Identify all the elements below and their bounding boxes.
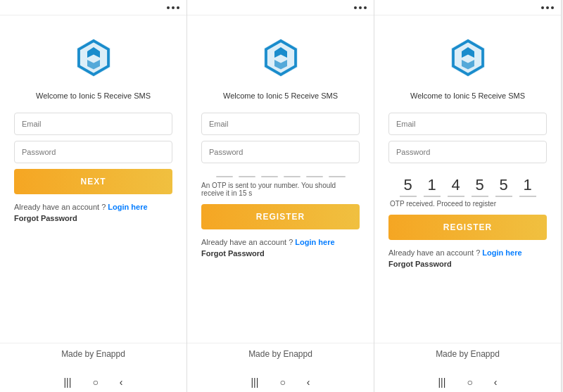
status-bar-1 (0, 0, 186, 15)
already-account-row-3: Already have an account ? Login here (388, 248, 547, 257)
footer-2: Made by Enappd ||| ○ ‹ (187, 343, 374, 392)
already-account-text-3: Already have an account ? (388, 248, 480, 257)
already-account-text-1: Already have an account ? (14, 203, 106, 211)
otp-digits-row: 5 1 4 5 5 1 (388, 176, 547, 197)
home-icon-1[interactable]: ○ (92, 377, 98, 388)
welcome-text-1: Welcome to Ionic 5 Receive SMS (36, 91, 151, 100)
login-link-3[interactable]: Login here (482, 248, 521, 257)
already-account-row-1: Already have an account ? Login here (14, 203, 172, 211)
status-dots (167, 6, 179, 9)
logo-container-1 (72, 37, 115, 82)
dot1-2 (354, 6, 357, 9)
password-input-1[interactable] (14, 141, 172, 163)
back-icon-2[interactable]: ‹ (307, 377, 310, 388)
otp-dash-5 (306, 176, 323, 177)
status-bar-3 (374, 0, 561, 15)
screen-otp-received: Welcome to Ionic 5 Receive SMS 5 1 4 5 5… (374, 0, 562, 392)
otp-dash-2 (239, 176, 255, 177)
otp-digit-3: 5 (472, 176, 488, 197)
logo-container-3 (447, 37, 489, 82)
otp-dash-6 (329, 176, 346, 177)
made-by-3: Made by Enappd (436, 349, 500, 359)
dot2-3 (546, 6, 549, 9)
screen-otp-input: Welcome to Ionic 5 Receive SMS An OTP is… (187, 0, 374, 392)
otp-message: OTP received. Proceed to register (388, 200, 547, 208)
dot1-3 (541, 6, 544, 9)
home-icon-3[interactable]: ○ (467, 377, 472, 388)
logo-icon-1 (72, 37, 115, 79)
back-icon-1[interactable]: ‹ (120, 377, 123, 388)
dot3 (177, 6, 179, 9)
otp-hint: An OTP is sent to your number. You shoul… (201, 182, 360, 197)
back-icon-3[interactable]: ‹ (494, 377, 498, 388)
dot3-3 (551, 6, 554, 9)
register-button-3[interactable]: REGISTER (388, 215, 547, 240)
screen-content-1: Welcome to Ionic 5 Receive SMS NEXT Alre… (0, 15, 186, 343)
logo-icon-2 (260, 37, 302, 79)
made-by-2: Made by Enappd (248, 349, 312, 359)
email-input-3[interactable] (388, 113, 547, 135)
forgot-password-2[interactable]: Forgot Password (201, 249, 360, 258)
menu-icon-2[interactable]: ||| (251, 377, 258, 388)
footer-3: Made by Enappd ||| ○ ‹ (374, 343, 561, 392)
forgot-password-1[interactable]: Forgot Password (14, 214, 172, 222)
otp-digit-1: 1 (424, 176, 441, 197)
svg-marker-4 (451, 39, 485, 77)
svg-marker-0 (77, 39, 110, 77)
login-link-1[interactable]: Login here (108, 203, 147, 211)
forgot-password-3[interactable]: Forgot Password (388, 260, 547, 268)
next-button[interactable]: NEXT (14, 169, 172, 194)
nav-bar-1: ||| ○ ‹ (63, 377, 122, 389)
status-dots-3 (541, 6, 554, 9)
footer-1: Made by Enappd ||| ○ ‹ (0, 343, 186, 392)
nav-bar-3: ||| ○ ‹ (438, 377, 497, 389)
otp-dashes (201, 176, 360, 177)
status-dots-2 (354, 6, 367, 9)
logo-icon-3 (447, 37, 489, 79)
welcome-text-2: Welcome to Ionic 5 Receive SMS (223, 91, 338, 100)
menu-icon-1[interactable]: ||| (63, 377, 71, 388)
already-account-row-2: Already have an account ? Login here (201, 238, 360, 246)
menu-icon-3[interactable]: ||| (438, 377, 445, 388)
login-link-2[interactable]: Login here (295, 238, 334, 246)
already-account-text-2: Already have an account ? (201, 238, 293, 246)
otp-digit-5: 1 (519, 176, 536, 197)
svg-marker-2 (264, 39, 298, 77)
screen-login: Welcome to Ionic 5 Receive SMS NEXT Alre… (0, 0, 187, 392)
nav-bar-2: ||| ○ ‹ (251, 377, 310, 389)
password-input-2[interactable] (201, 141, 360, 163)
status-bar-2 (187, 0, 374, 15)
welcome-text-3: Welcome to Ionic 5 Receive SMS (410, 91, 525, 100)
screen-content-2: Welcome to Ionic 5 Receive SMS An OTP is… (187, 15, 374, 343)
dot1 (167, 6, 170, 9)
otp-dash-1 (216, 176, 233, 177)
email-input-2[interactable] (201, 113, 360, 135)
dot3-2 (364, 6, 367, 9)
otp-digit-2: 4 (448, 176, 464, 197)
screen-content-3: Welcome to Ionic 5 Receive SMS 5 1 4 5 5… (374, 15, 561, 343)
email-input-1[interactable] (14, 113, 172, 135)
otp-digit-0: 5 (400, 176, 417, 197)
password-input-3[interactable] (388, 141, 547, 163)
otp-dash-3 (261, 176, 278, 177)
logo-container-2 (260, 37, 302, 82)
otp-dash-4 (284, 176, 301, 177)
made-by-1: Made by Enappd (61, 349, 125, 359)
home-icon-2[interactable]: ○ (279, 377, 285, 388)
dot2 (172, 6, 175, 9)
dot2-2 (359, 6, 362, 9)
register-button-2[interactable]: REGISTER (201, 204, 360, 229)
otp-digit-4: 5 (495, 176, 512, 197)
